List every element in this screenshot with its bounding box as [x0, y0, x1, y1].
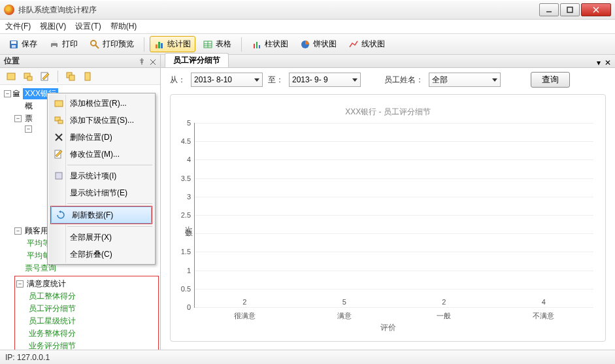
- tree-item[interactable]: −满意度统计: [16, 278, 157, 290]
- filter-bar: 从： 2013- 8-10 至： 2013- 9- 9 员工姓名： 全部 查询: [161, 68, 615, 91]
- location-pane: 位置 −🏛XXX银行 概 −票 − −顾客用时统计 平均等候时间统计 平均每次办…: [0, 55, 161, 350]
- app-icon: [4, 5, 14, 15]
- table-button[interactable]: 表格: [198, 36, 236, 52]
- ctx-show-items[interactable]: 显示统计项(I): [49, 167, 154, 184]
- satisfaction-group-highlight: −满意度统计 员工整体得分 员工评分细节 员工星级统计 业务整体得分 业务评分细…: [14, 276, 159, 350]
- collapse-icon[interactable]: −: [4, 90, 11, 97]
- svg-rect-38: [56, 173, 62, 179]
- window-title: 排队系统查询统计程序: [18, 5, 538, 16]
- stat-chart-button[interactable]: 统计图: [150, 36, 195, 52]
- main-area: 位置 −🏛XXX银行 概 −票 − −顾客用时统计 平均等候时间统计 平均每次办…: [0, 55, 615, 350]
- query-button[interactable]: 查询: [531, 72, 570, 88]
- print-button[interactable]: 打印: [44, 36, 82, 52]
- collapse-icon[interactable]: −: [14, 115, 22, 122]
- menu-view[interactable]: 视图(V): [40, 21, 66, 32]
- location-pane-header: 位置: [0, 55, 160, 68]
- ctx-delete[interactable]: 删除位置(D): [49, 129, 154, 146]
- add-root-btn[interactable]: [4, 69, 18, 84]
- collapse-icon[interactable]: −: [14, 227, 22, 235]
- copy-btn[interactable]: [63, 69, 78, 84]
- svg-rect-6: [12, 45, 16, 48]
- preview-label: 打印预览: [103, 39, 134, 50]
- save-label: 保存: [22, 39, 37, 50]
- line-chart-button[interactable]: 线状图: [344, 36, 390, 52]
- ctx-add-child[interactable]: 添加下级位置(S)...: [49, 112, 154, 129]
- bar-chart-icon: [154, 39, 165, 50]
- edit-icon: [53, 148, 65, 160]
- svg-rect-25: [7, 73, 15, 80]
- collapse-icon[interactable]: −: [16, 280, 24, 288]
- chart-container: XXX银行 - 员工评分细节 次数 00.511.522.533.544.552…: [170, 94, 606, 342]
- pane-close-icon[interactable]: [150, 58, 156, 65]
- chart-title: XXX银行 - 员工评分细节: [182, 107, 593, 118]
- pin-icon[interactable]: [138, 58, 146, 65]
- status-ip: IP: 127.0.0.1: [5, 353, 50, 362]
- svg-rect-12: [156, 44, 158, 48]
- pane-toolbar-sep: [58, 71, 58, 82]
- print-label: 打印: [62, 39, 78, 50]
- content-pane: 员工评分细节 ▾ ✕ 从： 2013- 8-10 至： 2013- 9- 9 员…: [161, 55, 615, 350]
- table-label: 表格: [216, 39, 231, 50]
- maximize-button[interactable]: [560, 3, 580, 16]
- table-icon: [203, 39, 213, 50]
- svg-point-10: [91, 41, 96, 46]
- close-button[interactable]: [581, 3, 611, 16]
- status-bar: IP: 127.0.0.1: [0, 350, 615, 364]
- ctx-sep: [67, 165, 152, 165]
- tab-employee-score-detail[interactable]: 员工评分细节: [165, 53, 229, 67]
- tab-dropdown-icon[interactable]: ▾: [597, 58, 601, 67]
- ctx-modify[interactable]: 修改位置(M)...: [49, 146, 154, 163]
- employee-select[interactable]: 全部: [429, 73, 501, 87]
- line-chart-icon: [348, 39, 359, 50]
- svg-rect-1: [567, 7, 573, 12]
- tree-item[interactable]: 员工评分细节: [27, 303, 157, 315]
- stat-chart-label: 统计图: [167, 39, 191, 50]
- edit-btn[interactable]: [38, 69, 52, 84]
- magnifier-icon: [90, 39, 100, 50]
- employee-label: 员工姓名：: [384, 74, 424, 86]
- paste-btn[interactable]: [80, 69, 95, 84]
- bar-chart-button[interactable]: 柱状图: [247, 36, 293, 52]
- tab-close-icon[interactable]: ✕: [605, 58, 611, 67]
- menu-file[interactable]: 文件(F): [5, 21, 31, 32]
- menu-help[interactable]: 帮助(H): [110, 21, 137, 32]
- bank-icon: 🏛: [12, 90, 22, 99]
- location-pane-title: 位置: [4, 56, 20, 67]
- svg-rect-9: [52, 46, 56, 48]
- menu-settings[interactable]: 设置(T): [75, 21, 101, 32]
- location-pane-toolbar: [0, 68, 160, 85]
- ctx-sep: [67, 226, 152, 227]
- collapse-icon[interactable]: −: [25, 125, 32, 133]
- svg-rect-27: [27, 76, 32, 80]
- ctx-refresh[interactable]: 刷新数据(F): [51, 207, 152, 223]
- tree-item[interactable]: 业务整体得分: [27, 327, 157, 340]
- svg-rect-8: [52, 41, 56, 43]
- preview-button[interactable]: 打印预览: [85, 36, 139, 52]
- svg-rect-14: [161, 43, 163, 48]
- svg-rect-19: [254, 44, 255, 48]
- ctx-add-root[interactable]: 添加根位置(R)...: [49, 95, 154, 112]
- svg-rect-32: [55, 101, 63, 107]
- tree-item[interactable]: 员工星级统计: [27, 315, 157, 327]
- add-child-btn[interactable]: [21, 69, 35, 84]
- pie-chart-button[interactable]: 饼状图: [295, 36, 341, 52]
- date-from-picker[interactable]: 2013- 8-10: [191, 73, 263, 87]
- tree-item[interactable]: 员工整体得分: [27, 290, 157, 303]
- ctx-show-details[interactable]: 显示统计细节(E): [49, 184, 154, 201]
- dropdown-icon: [254, 78, 259, 82]
- chart-x-label: 评价: [182, 322, 593, 333]
- bar-chart-label: 柱状图: [265, 39, 288, 50]
- tree-item[interactable]: 业务评分细节: [27, 340, 157, 350]
- save-button[interactable]: 保存: [4, 36, 42, 52]
- svg-line-11: [95, 45, 99, 48]
- svg-rect-31: [85, 73, 90, 80]
- ctx-expand-all[interactable]: 全部展开(X): [49, 229, 154, 246]
- date-to-picker[interactable]: 2013- 9- 9: [289, 73, 361, 87]
- refresh-icon: [55, 209, 67, 221]
- stats-icon: [53, 170, 65, 182]
- main-toolbar: 保存 打印 打印预览 统计图 表格 柱状图 饼状图 线状图: [0, 34, 615, 55]
- ctx-collapse-all[interactable]: 全部折叠(C): [49, 246, 154, 263]
- dropdown-icon: [492, 78, 497, 82]
- minimize-button[interactable]: [539, 3, 559, 16]
- printer-icon: [49, 39, 59, 50]
